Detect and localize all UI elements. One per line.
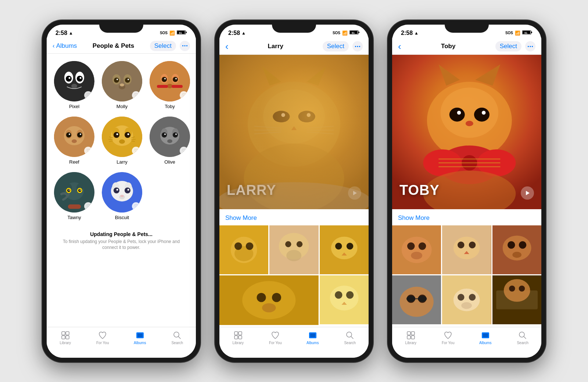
svg-point-153 — [474, 107, 490, 121]
avatar-tawny: ♡ — [54, 172, 94, 213]
svg-point-191 — [469, 294, 476, 300]
toby-hero-name: TOBY — [399, 182, 440, 198]
svg-rect-137 — [234, 336, 238, 339]
svg-point-155 — [482, 111, 486, 115]
toby-photo-1[interactable] — [392, 225, 441, 274]
phone-1: 2:58 ▲ SOS 📶 91 — [42, 20, 200, 362]
wifi-icon-2: 📶 — [342, 31, 348, 36]
svg-point-97 — [298, 111, 315, 122]
svg-rect-88 — [358, 32, 359, 33]
avatar-larry: ♡ — [102, 117, 142, 157]
tab-library-2[interactable]: Library — [227, 331, 249, 345]
svg-point-118 — [297, 241, 302, 247]
library-icon-1 — [61, 331, 70, 340]
tab-foryou-2[interactable]: For You — [264, 331, 286, 345]
svg-point-168 — [407, 242, 415, 250]
svg-line-205 — [524, 336, 526, 339]
tab-label-foryou-1: For You — [96, 341, 109, 345]
tab-label-foryou-2: For You — [269, 341, 282, 345]
back-label-1: Albums — [56, 42, 77, 50]
more-button-3[interactable]: ··· — [525, 41, 535, 51]
tab-search-3[interactable]: Search — [512, 331, 534, 345]
svg-point-47 — [128, 133, 129, 135]
svg-point-170 — [411, 251, 422, 259]
tab-label-library-2: Library — [232, 341, 244, 345]
larry-photo-5[interactable] — [320, 275, 369, 324]
svg-marker-94 — [262, 66, 282, 86]
svg-rect-80 — [66, 332, 69, 335]
svg-point-37 — [69, 133, 70, 135]
svg-point-178 — [508, 241, 515, 249]
phone-2: 2:58 ▲ SOS 📶 91 — [215, 20, 373, 362]
svg-point-182 — [400, 287, 434, 317]
toby-hero: TOBY — [392, 55, 541, 209]
larry-photo-1[interactable] — [219, 225, 268, 274]
select-button-3[interactable]: Select — [495, 41, 521, 51]
people-grid: ♡ Pixel — [47, 54, 196, 228]
svg-text:91: 91 — [524, 32, 527, 34]
svg-point-7 — [66, 76, 72, 82]
more-button-2[interactable]: ··· — [352, 41, 363, 51]
tab-library-1[interactable]: Library — [54, 331, 76, 345]
larry-photo-4[interactable] — [219, 275, 319, 325]
svg-point-48 — [119, 139, 125, 144]
toby-photo-2[interactable] — [442, 225, 491, 274]
tab-search-1[interactable]: Search — [166, 331, 188, 345]
toby-play-button[interactable] — [521, 186, 534, 200]
larry-photo-2[interactable] — [269, 225, 318, 274]
larry-play-button[interactable] — [348, 186, 361, 200]
tab-albums-1[interactable]: Albums — [129, 331, 151, 345]
tab-foryou-1[interactable]: For You — [92, 331, 114, 345]
toby-photo-6[interactable] — [492, 275, 541, 324]
svg-text:91: 91 — [352, 32, 355, 34]
person-molly[interactable]: ♡ Molly — [102, 61, 142, 109]
back-button-3[interactable]: ‹ — [398, 41, 401, 52]
svg-point-114 — [246, 242, 254, 250]
battery-2: 91 — [349, 30, 360, 36]
tab-library-3[interactable]: Library — [400, 331, 422, 345]
more-button-1[interactable]: ··· — [180, 41, 190, 51]
heart-tab-icon-2 — [271, 331, 280, 340]
tab-albums-2[interactable]: Albums — [302, 331, 324, 345]
select-button-1[interactable]: Select — [150, 41, 176, 51]
person-larry[interactable]: ♡ Larry — [102, 117, 142, 165]
screen-3: 2:58 ▲ SOS 📶 91 — [392, 25, 541, 358]
svg-point-56 — [175, 133, 177, 135]
svg-point-92 — [248, 82, 340, 167]
svg-point-98 — [281, 113, 285, 117]
toby-photo-5[interactable] — [442, 275, 491, 324]
chevron-left-icon-3: ‹ — [398, 41, 401, 52]
svg-point-18 — [128, 79, 129, 80]
svg-rect-203 — [483, 333, 488, 337]
svg-line-103 — [254, 132, 282, 134]
svg-line-86 — [179, 336, 181, 339]
toby-photo-3[interactable] — [492, 225, 541, 274]
person-pixel[interactable]: ♡ Pixel — [54, 61, 94, 109]
svg-point-45 — [125, 132, 130, 138]
person-reef[interactable]: ♡ Reef — [54, 117, 94, 165]
person-olive[interactable]: ♡ Olive — [150, 117, 190, 165]
svg-point-24 — [162, 77, 167, 82]
svg-point-85 — [174, 332, 179, 337]
back-button-1[interactable]: ‹ Albums — [53, 42, 77, 50]
person-tawny[interactable]: ♡ Tawny — [54, 172, 94, 220]
tab-label-library-1: Library — [60, 341, 71, 345]
person-toby[interactable]: ♡ Toby — [150, 61, 190, 109]
tab-foryou-3[interactable]: For You — [437, 331, 459, 345]
name-larry: Larry — [116, 159, 128, 165]
show-more-larry[interactable]: Show More — [219, 209, 369, 225]
back-button-2[interactable]: ‹ — [225, 41, 229, 52]
larry-photo-3[interactable] — [320, 225, 369, 274]
select-button-2[interactable]: Select — [323, 41, 349, 51]
svg-point-174 — [469, 242, 476, 248]
show-more-toby[interactable]: Show More — [392, 209, 541, 225]
tab-search-2[interactable]: Search — [339, 331, 361, 345]
toby-photo-4[interactable] — [392, 275, 441, 324]
svg-point-74 — [125, 188, 130, 193]
page-title-2: Larry — [268, 43, 283, 50]
tab-albums-3[interactable]: Albums — [474, 331, 496, 345]
heart-tawny: ♡ — [84, 202, 92, 210]
svg-point-123 — [346, 243, 353, 249]
svg-rect-140 — [310, 333, 315, 337]
person-biscuit[interactable]: ♡ Biscuit — [102, 172, 142, 220]
